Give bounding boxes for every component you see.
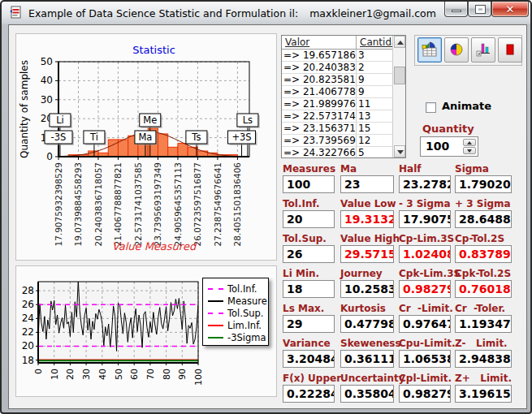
list-row[interactable]: => 20.2403836712 <box>282 62 405 74</box>
field-value-variance[interactable]: 3.204847 <box>283 350 335 368</box>
field-value-value-low[interactable]: 19.31323 <box>340 210 394 228</box>
field-value-cpl-limit[interactable]: 0.982794 <box>399 385 451 403</box>
list-scrollbar[interactable] <box>392 36 405 157</box>
svg-text:23.7395693197349: 23.7395693197349 <box>153 162 162 247</box>
field-value-tol-inf[interactable]: 20 <box>283 210 335 228</box>
quantity-input[interactable]: 100 <box>420 136 478 157</box>
svg-text:50: 50 <box>114 369 124 380</box>
chart-table-button[interactable] <box>417 37 442 63</box>
list-cell-valor: => 23.156371711 <box>282 123 357 134</box>
close-button[interactable]: ✕ <box>491 2 529 17</box>
field-value-sigma[interactable]: 1.790208 <box>455 175 512 193</box>
field-value-skeweness[interactable]: 0.361118 <box>340 350 394 368</box>
field-value-li-min[interactable]: 18 <box>283 280 335 298</box>
scroll-thumb[interactable] <box>394 67 405 84</box>
animate-checkbox[interactable] <box>426 102 436 113</box>
chart-table-icon <box>421 41 439 58</box>
field-value-kurtosis[interactable]: 0.477988 <box>340 315 394 333</box>
field-value-cp-lim-3s[interactable]: 1.024089 <box>399 245 451 263</box>
list-cell-cantidad: 9 <box>357 74 365 85</box>
field-value-cpk-lim-3s[interactable]: 0.982794 <box>399 280 451 298</box>
list-header[interactable]: Valor Cantidad <box>282 36 405 50</box>
field-label-sigma: Sigma <box>455 163 489 175</box>
list-row[interactable]: => 22.57317410313 <box>282 110 405 123</box>
field-value-cp-tol-2s[interactable]: 0.837891 <box>455 245 512 263</box>
field-label-f-x-upper: F(x) Upper <box>283 373 341 384</box>
field-label-cpk-lim-3s: Cpk-Lim.3S <box>399 268 461 279</box>
field-label-3-sigma: - 3 Sigma <box>399 198 451 209</box>
field-value-measures[interactable]: 100 <box>283 175 335 193</box>
field-value-f-x-upper[interactable]: 0.222846 <box>283 385 335 403</box>
value-list[interactable]: Valor Cantidad => 19.6571860633=> 20.240… <box>281 35 406 158</box>
column-header-valor[interactable]: Valor <box>282 36 357 49</box>
legend-line-sample <box>208 337 223 339</box>
field-value-cr-toler[interactable]: 1.193472 <box>455 315 512 333</box>
legend-line-sample <box>208 288 223 290</box>
minimize-button[interactable] <box>444 2 468 17</box>
legend-line-sample <box>208 313 223 314</box>
svg-text:22.5731741037585: 22.5731741037585 <box>133 162 143 247</box>
field-label-tol-inf: Tol.Inf. <box>283 198 320 209</box>
maximize-icon <box>476 6 485 13</box>
svg-text:0: 0 <box>33 369 44 374</box>
field-label-value-high: Value High <box>340 233 400 244</box>
list-row[interactable]: => 21.98997649511 <box>282 98 405 110</box>
svg-text:26: 26 <box>22 299 34 310</box>
svg-text:18: 18 <box>22 355 34 366</box>
column-header-cantidad[interactable]: Cantidad <box>357 36 392 49</box>
arrow-up-icon <box>397 41 404 45</box>
window-title-email: maxkleiner1@gmail.com <box>309 7 436 19</box>
bar-chart-button[interactable] <box>471 37 495 63</box>
spin-down-button[interactable] <box>463 147 476 154</box>
svg-text:Ti: Ti <box>89 132 98 143</box>
field-label-z-limit: Z+ Limit. <box>455 373 512 384</box>
list-row[interactable]: => 24.3227669275 <box>282 147 405 158</box>
app-icon <box>9 6 23 19</box>
list-row[interactable]: => 20.8235812799 <box>282 74 405 86</box>
field-label-kurtosis: Kurtosis <box>340 303 386 314</box>
arrow-down-icon <box>397 150 404 154</box>
field-value-3-sigma[interactable]: 17.90759 <box>399 210 451 228</box>
svg-text:Me: Me <box>143 114 157 126</box>
field-value-ma[interactable]: 23 <box>340 175 394 193</box>
field-value-half[interactable]: 23.27821 <box>399 175 451 193</box>
title-bar[interactable]: Example of Data Science Statistic and Fo… <box>2 2 530 24</box>
field-value-tol-sup[interactable]: 26 <box>283 245 335 263</box>
legend-item--3sigma: -3Sigma <box>208 331 268 343</box>
window-title: Example of Data Science Statistic and Fo… <box>28 7 436 19</box>
list-cell-valor: => 20.240383671 <box>282 62 357 73</box>
svg-text:-3S: -3S <box>51 132 67 143</box>
animate-label: Animate <box>442 100 491 112</box>
list-row[interactable]: => 19.6571860633 <box>282 50 405 62</box>
svg-text:Ts: Ts <box>191 132 201 143</box>
svg-text:24: 24 <box>22 313 34 324</box>
stop-button[interactable] <box>498 37 522 63</box>
chart-legend: Tol.Inf.MeasureTol.Sup.Lim.Inf.-3Sigma <box>202 278 269 346</box>
list-row[interactable]: => 21.4067788879 <box>282 86 405 98</box>
maximize-button[interactable] <box>468 2 491 17</box>
field-value-ls-max[interactable]: 29 <box>283 315 335 333</box>
field-label-half: Half <box>399 163 421 175</box>
legend-label: Lim.Inf. <box>227 320 262 331</box>
field-value-3-sigma[interactable]: 28.64884 <box>455 210 512 228</box>
field-label-value-low: Value Low <box>340 198 396 209</box>
pie-chart-button[interactable] <box>444 37 469 63</box>
field-value-journey[interactable]: 10.25831 <box>340 280 394 298</box>
list-row[interactable]: => 23.73956931912 <box>282 135 405 147</box>
scroll-up-button[interactable] <box>394 36 405 48</box>
field-value-cr-limit[interactable]: 0.976477 <box>399 315 451 333</box>
spin-down-icon <box>467 149 472 153</box>
field-value-cpk-tol-2s[interactable]: 0.760185 <box>455 280 512 298</box>
field-label-tol-sup: Tol.Sup. <box>283 233 327 244</box>
spin-up-button[interactable] <box>463 139 476 146</box>
svg-text:0: 0 <box>46 151 53 162</box>
scroll-down-button[interactable] <box>394 145 405 157</box>
list-row[interactable]: => 23.15637171115 <box>282 123 405 135</box>
field-value-z-limit[interactable]: 3.196152 <box>455 385 512 403</box>
field-value-value-high[interactable]: 29.57154 <box>340 245 394 263</box>
field-value-uncertainty[interactable]: 0.358041 <box>340 385 394 403</box>
field-value-cpu-limit[interactable]: 1.065384 <box>399 350 451 368</box>
legend-label: Measure <box>227 295 267 307</box>
field-label-cpu-limit: Cpu-Limit. <box>399 338 456 349</box>
field-value-z-limit[interactable]: 2.948382 <box>455 350 512 368</box>
